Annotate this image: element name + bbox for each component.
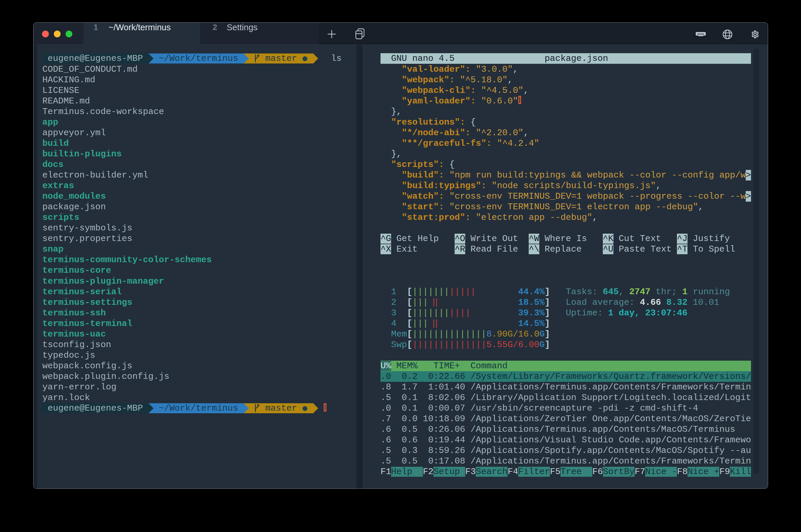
- svg-text:IOIOI: IOIOI: [697, 33, 704, 36]
